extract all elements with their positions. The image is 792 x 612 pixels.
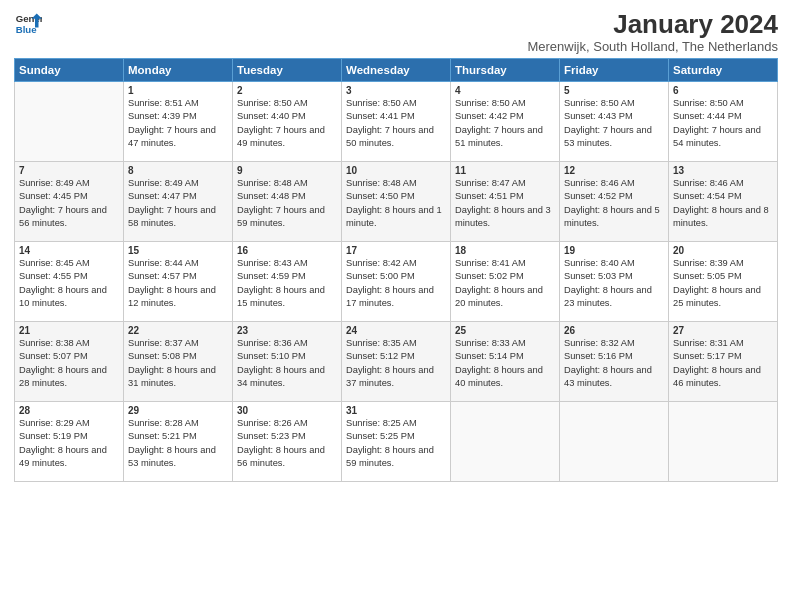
day-number: 12 bbox=[564, 165, 664, 176]
day-number: 23 bbox=[237, 325, 337, 336]
day-info: Sunrise: 8:44 AM Sunset: 4:57 PM Dayligh… bbox=[128, 257, 228, 311]
table-row: 15Sunrise: 8:44 AM Sunset: 4:57 PM Dayli… bbox=[124, 241, 233, 321]
day-number: 31 bbox=[346, 405, 446, 416]
day-info: Sunrise: 8:26 AM Sunset: 5:23 PM Dayligh… bbox=[237, 417, 337, 471]
table-row bbox=[451, 401, 560, 481]
day-number: 6 bbox=[673, 85, 773, 96]
table-row: 2Sunrise: 8:50 AM Sunset: 4:40 PM Daylig… bbox=[233, 81, 342, 161]
col-sunday: Sunday bbox=[15, 58, 124, 81]
col-tuesday: Tuesday bbox=[233, 58, 342, 81]
table-row: 12Sunrise: 8:46 AM Sunset: 4:52 PM Dayli… bbox=[560, 161, 669, 241]
table-row: 22Sunrise: 8:37 AM Sunset: 5:08 PM Dayli… bbox=[124, 321, 233, 401]
day-info: Sunrise: 8:31 AM Sunset: 5:17 PM Dayligh… bbox=[673, 337, 773, 391]
day-info: Sunrise: 8:29 AM Sunset: 5:19 PM Dayligh… bbox=[19, 417, 119, 471]
day-info: Sunrise: 8:25 AM Sunset: 5:25 PM Dayligh… bbox=[346, 417, 446, 471]
calendar-week-row: 14Sunrise: 8:45 AM Sunset: 4:55 PM Dayli… bbox=[15, 241, 778, 321]
table-row: 4Sunrise: 8:50 AM Sunset: 4:42 PM Daylig… bbox=[451, 81, 560, 161]
day-info: Sunrise: 8:45 AM Sunset: 4:55 PM Dayligh… bbox=[19, 257, 119, 311]
logo: General Blue bbox=[14, 10, 42, 38]
day-info: Sunrise: 8:50 AM Sunset: 4:40 PM Dayligh… bbox=[237, 97, 337, 151]
calendar-week-row: 7Sunrise: 8:49 AM Sunset: 4:45 PM Daylig… bbox=[15, 161, 778, 241]
day-number: 26 bbox=[564, 325, 664, 336]
table-row: 30Sunrise: 8:26 AM Sunset: 5:23 PM Dayli… bbox=[233, 401, 342, 481]
logo-icon: General Blue bbox=[14, 10, 42, 38]
day-number: 17 bbox=[346, 245, 446, 256]
day-number: 30 bbox=[237, 405, 337, 416]
header: General Blue January 2024 Merenwijk, Sou… bbox=[14, 10, 778, 54]
day-number: 16 bbox=[237, 245, 337, 256]
table-row: 20Sunrise: 8:39 AM Sunset: 5:05 PM Dayli… bbox=[669, 241, 778, 321]
day-info: Sunrise: 8:40 AM Sunset: 5:03 PM Dayligh… bbox=[564, 257, 664, 311]
table-row: 7Sunrise: 8:49 AM Sunset: 4:45 PM Daylig… bbox=[15, 161, 124, 241]
day-info: Sunrise: 8:50 AM Sunset: 4:41 PM Dayligh… bbox=[346, 97, 446, 151]
title-block: January 2024 Merenwijk, South Holland, T… bbox=[527, 10, 778, 54]
day-number: 21 bbox=[19, 325, 119, 336]
calendar-subtitle: Merenwijk, South Holland, The Netherland… bbox=[527, 39, 778, 54]
table-row: 5Sunrise: 8:50 AM Sunset: 4:43 PM Daylig… bbox=[560, 81, 669, 161]
day-info: Sunrise: 8:32 AM Sunset: 5:16 PM Dayligh… bbox=[564, 337, 664, 391]
day-info: Sunrise: 8:43 AM Sunset: 4:59 PM Dayligh… bbox=[237, 257, 337, 311]
day-number: 15 bbox=[128, 245, 228, 256]
table-row: 25Sunrise: 8:33 AM Sunset: 5:14 PM Dayli… bbox=[451, 321, 560, 401]
table-row: 1Sunrise: 8:51 AM Sunset: 4:39 PM Daylig… bbox=[124, 81, 233, 161]
day-info: Sunrise: 8:46 AM Sunset: 4:52 PM Dayligh… bbox=[564, 177, 664, 231]
day-info: Sunrise: 8:38 AM Sunset: 5:07 PM Dayligh… bbox=[19, 337, 119, 391]
table-row: 23Sunrise: 8:36 AM Sunset: 5:10 PM Dayli… bbox=[233, 321, 342, 401]
day-number: 1 bbox=[128, 85, 228, 96]
table-row: 3Sunrise: 8:50 AM Sunset: 4:41 PM Daylig… bbox=[342, 81, 451, 161]
day-number: 19 bbox=[564, 245, 664, 256]
day-info: Sunrise: 8:37 AM Sunset: 5:08 PM Dayligh… bbox=[128, 337, 228, 391]
table-row: 10Sunrise: 8:48 AM Sunset: 4:50 PM Dayli… bbox=[342, 161, 451, 241]
table-row: 16Sunrise: 8:43 AM Sunset: 4:59 PM Dayli… bbox=[233, 241, 342, 321]
day-number: 18 bbox=[455, 245, 555, 256]
page-container: General Blue January 2024 Merenwijk, Sou… bbox=[0, 0, 792, 612]
table-row bbox=[669, 401, 778, 481]
day-number: 3 bbox=[346, 85, 446, 96]
table-row: 8Sunrise: 8:49 AM Sunset: 4:47 PM Daylig… bbox=[124, 161, 233, 241]
table-row: 17Sunrise: 8:42 AM Sunset: 5:00 PM Dayli… bbox=[342, 241, 451, 321]
day-number: 22 bbox=[128, 325, 228, 336]
col-wednesday: Wednesday bbox=[342, 58, 451, 81]
day-number: 29 bbox=[128, 405, 228, 416]
day-info: Sunrise: 8:33 AM Sunset: 5:14 PM Dayligh… bbox=[455, 337, 555, 391]
table-row: 21Sunrise: 8:38 AM Sunset: 5:07 PM Dayli… bbox=[15, 321, 124, 401]
day-info: Sunrise: 8:49 AM Sunset: 4:47 PM Dayligh… bbox=[128, 177, 228, 231]
table-row: 24Sunrise: 8:35 AM Sunset: 5:12 PM Dayli… bbox=[342, 321, 451, 401]
col-thursday: Thursday bbox=[451, 58, 560, 81]
table-row: 29Sunrise: 8:28 AM Sunset: 5:21 PM Dayli… bbox=[124, 401, 233, 481]
day-number: 9 bbox=[237, 165, 337, 176]
calendar-header-row: Sunday Monday Tuesday Wednesday Thursday… bbox=[15, 58, 778, 81]
day-number: 27 bbox=[673, 325, 773, 336]
table-row: 26Sunrise: 8:32 AM Sunset: 5:16 PM Dayli… bbox=[560, 321, 669, 401]
day-info: Sunrise: 8:50 AM Sunset: 4:44 PM Dayligh… bbox=[673, 97, 773, 151]
col-saturday: Saturday bbox=[669, 58, 778, 81]
day-number: 28 bbox=[19, 405, 119, 416]
day-number: 11 bbox=[455, 165, 555, 176]
col-monday: Monday bbox=[124, 58, 233, 81]
day-info: Sunrise: 8:46 AM Sunset: 4:54 PM Dayligh… bbox=[673, 177, 773, 231]
day-info: Sunrise: 8:48 AM Sunset: 4:48 PM Dayligh… bbox=[237, 177, 337, 231]
calendar-table: Sunday Monday Tuesday Wednesday Thursday… bbox=[14, 58, 778, 482]
table-row: 13Sunrise: 8:46 AM Sunset: 4:54 PM Dayli… bbox=[669, 161, 778, 241]
day-number: 25 bbox=[455, 325, 555, 336]
table-row: 27Sunrise: 8:31 AM Sunset: 5:17 PM Dayli… bbox=[669, 321, 778, 401]
day-info: Sunrise: 8:42 AM Sunset: 5:00 PM Dayligh… bbox=[346, 257, 446, 311]
day-info: Sunrise: 8:39 AM Sunset: 5:05 PM Dayligh… bbox=[673, 257, 773, 311]
table-row bbox=[560, 401, 669, 481]
table-row: 28Sunrise: 8:29 AM Sunset: 5:19 PM Dayli… bbox=[15, 401, 124, 481]
table-row: 19Sunrise: 8:40 AM Sunset: 5:03 PM Dayli… bbox=[560, 241, 669, 321]
calendar-week-row: 28Sunrise: 8:29 AM Sunset: 5:19 PM Dayli… bbox=[15, 401, 778, 481]
day-number: 5 bbox=[564, 85, 664, 96]
day-info: Sunrise: 8:51 AM Sunset: 4:39 PM Dayligh… bbox=[128, 97, 228, 151]
day-info: Sunrise: 8:41 AM Sunset: 5:02 PM Dayligh… bbox=[455, 257, 555, 311]
day-number: 20 bbox=[673, 245, 773, 256]
day-number: 2 bbox=[237, 85, 337, 96]
calendar-week-row: 1Sunrise: 8:51 AM Sunset: 4:39 PM Daylig… bbox=[15, 81, 778, 161]
table-row bbox=[15, 81, 124, 161]
table-row: 31Sunrise: 8:25 AM Sunset: 5:25 PM Dayli… bbox=[342, 401, 451, 481]
table-row: 6Sunrise: 8:50 AM Sunset: 4:44 PM Daylig… bbox=[669, 81, 778, 161]
table-row: 18Sunrise: 8:41 AM Sunset: 5:02 PM Dayli… bbox=[451, 241, 560, 321]
day-info: Sunrise: 8:50 AM Sunset: 4:42 PM Dayligh… bbox=[455, 97, 555, 151]
day-info: Sunrise: 8:36 AM Sunset: 5:10 PM Dayligh… bbox=[237, 337, 337, 391]
table-row: 11Sunrise: 8:47 AM Sunset: 4:51 PM Dayli… bbox=[451, 161, 560, 241]
